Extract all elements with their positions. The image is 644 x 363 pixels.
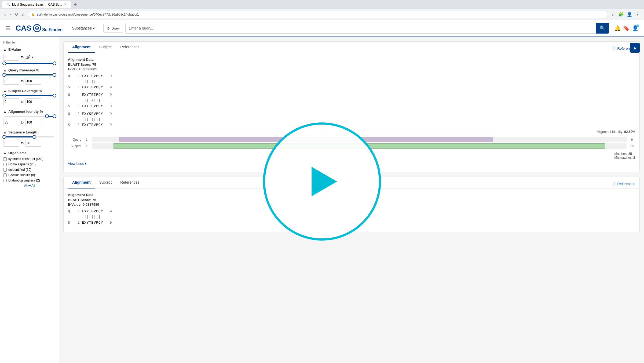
chevron-up-icon: ▲ xyxy=(3,89,7,93)
seq-block-1-1: Q EXYTEIPQY 9 ||||+||| S 1 EXYTEVPQY xyxy=(68,92,635,109)
sl-slider-left[interactable] xyxy=(2,135,6,139)
organism-checkbox-1[interactable] xyxy=(3,163,7,166)
tab-alignment-1[interactable]: Alignment xyxy=(68,42,95,53)
organism-checkbox-3[interactable] xyxy=(3,173,7,177)
address-bar[interactable]: 🔒 scifinder-n.cas.org/search/biosequence… xyxy=(28,11,608,18)
ai-slider-right[interactable] xyxy=(53,114,56,118)
tab-references-1[interactable]: References xyxy=(116,42,144,53)
back-btn[interactable]: ‹ xyxy=(3,11,7,18)
qc-slider-left[interactable] xyxy=(2,73,6,77)
scroll-to-top-button[interactable]: ▲ xyxy=(630,43,640,53)
notification-button[interactable]: 🔔 xyxy=(614,25,621,31)
tab-close-btn[interactable]: ✕ xyxy=(64,3,67,6)
evalue-from-input[interactable] xyxy=(3,54,19,61)
reload-btn[interactable]: ↻ xyxy=(14,11,19,18)
sc-to-input[interactable] xyxy=(25,98,41,105)
content-area: Alignment Subject References 📄 Reference… xyxy=(59,37,644,363)
tab-alignment-2[interactable]: Alignment xyxy=(68,177,95,188)
search-input[interactable] xyxy=(129,26,592,30)
bookmark-button[interactable]: 🔖 xyxy=(623,25,630,31)
user-status-dot xyxy=(636,24,639,27)
filter-header-sequence-length[interactable]: ▲ Sequence Length xyxy=(3,130,56,134)
url-text: scifinder-n.cas.org/search/biosequence/6… xyxy=(37,13,139,16)
qc-to-input[interactable] xyxy=(25,78,41,85)
seq-block-2-0: Q 1 EXYTEVPQY 9 |||||||| S 1 EXYTEVPQY xyxy=(68,209,635,225)
result-card-1: Alignment Subject References 📄 Reference… xyxy=(63,41,640,172)
home-btn[interactable]: ⌂ xyxy=(21,11,26,18)
filter-header-organisms[interactable]: ▲ Organisms xyxy=(3,151,56,155)
sc-slider-right[interactable] xyxy=(53,94,56,97)
filter-section-organisms: ▲ Organisms synthetic construct (460) Ho… xyxy=(3,151,56,188)
seq-block-1-0: Q 1 EXYTEVPQY 9 |||||| S 1 EXYTEVPQY xyxy=(68,73,635,90)
chevron-up-icon: ▲ xyxy=(3,130,7,134)
tab-subject-2[interactable]: Subject xyxy=(95,177,116,188)
filter-by-label: Filter by xyxy=(3,40,56,44)
ai-slider xyxy=(4,116,54,117)
ai-slider-left[interactable] xyxy=(45,114,49,118)
subject-bar-row: Subject 1 10 xyxy=(68,143,635,149)
filter-section-evalue: ▲ E-Value to 106 ▾ xyxy=(3,48,56,64)
draw-button[interactable]: ⊙ Draw xyxy=(103,24,123,33)
view-less-1[interactable]: View Less ▾ xyxy=(68,162,635,166)
blast-score-row-1: BLAST Score: 75 xyxy=(68,63,635,67)
sl-slider xyxy=(4,136,54,137)
organism-checkbox-2[interactable] xyxy=(3,168,7,172)
filter-header-query-coverage[interactable]: ▲ Query Coverage % xyxy=(3,68,56,72)
tab-title: Motif Sequence Search | CAS Sc... xyxy=(12,3,62,6)
draw-icon: ⊙ xyxy=(107,26,110,30)
references-icon-2: 📄 xyxy=(612,182,616,186)
browser-tabs: 🔍 Motif Sequence Search | CAS Sc... ✕ + xyxy=(0,0,644,9)
search-button[interactable]: 🔍 xyxy=(596,23,609,34)
blast-score-row-2: BLAST Score: 75 xyxy=(68,198,635,202)
profile-btn[interactable]: 👤 xyxy=(626,11,633,18)
sl-slider-fill xyxy=(4,136,34,137)
organism-checkbox-0[interactable] xyxy=(3,157,7,161)
filter-header-subject-coverage[interactable]: ▲ Subject Coverage % xyxy=(3,89,56,93)
references-button-2[interactable]: 📄 References xyxy=(612,182,635,186)
extensions-btn[interactable]: 🧩 xyxy=(617,11,625,18)
view-all-organisms[interactable]: View All xyxy=(3,184,56,188)
qc-slider-right[interactable] xyxy=(53,73,56,77)
logo-circle xyxy=(33,24,41,32)
more-btn[interactable]: ⋮ xyxy=(634,11,641,18)
result-1-content: Alignment Data BLAST Score: 75 E-Value: … xyxy=(64,53,639,172)
ai-to-input[interactable] xyxy=(25,119,41,126)
filter-section-alignment-identity: ▲ Alignment Identity % to xyxy=(3,110,56,126)
filter-header-evalue[interactable]: ▲ E-Value xyxy=(3,48,56,52)
bookmark-page-btn[interactable]: ☆ xyxy=(610,11,616,18)
organism-checkbox-4[interactable] xyxy=(3,179,7,182)
sl-to-input[interactable] xyxy=(25,140,41,147)
chevron-up-icon: ▲ xyxy=(3,68,7,72)
forward-btn[interactable]: › xyxy=(8,11,12,18)
chevron-up-icon: ▲ xyxy=(3,151,7,155)
sl-from-input[interactable] xyxy=(3,140,19,147)
filter-header-alignment-identity[interactable]: ▲ Alignment Identity % xyxy=(3,110,56,114)
chevron-up-icon: ▲ xyxy=(3,48,7,52)
sl-slider-right[interactable] xyxy=(32,135,36,139)
chevron-up-icon: ▲ xyxy=(3,110,7,114)
evalue-slider-fill xyxy=(4,63,54,64)
browser-tab[interactable]: 🔍 Motif Sequence Search | CAS Sc... ✕ xyxy=(2,1,71,8)
nav-substances[interactable]: Substances ▾ xyxy=(69,24,98,32)
organism-item-0: synthetic construct (460) xyxy=(3,157,56,161)
sc-from-input[interactable] xyxy=(3,98,19,105)
filter-section-subject-coverage: ▲ Subject Coverage % to xyxy=(3,89,56,105)
evalue-slider-right[interactable] xyxy=(53,61,56,65)
main-layout: Filter by ▲ E-Value to 106 ▾ ▲ Q xyxy=(0,37,644,363)
query-bar xyxy=(119,137,493,142)
menu-button[interactable]: ☰ xyxy=(5,25,10,31)
evalue-slider-left[interactable] xyxy=(2,61,6,65)
new-tab-btn[interactable]: + xyxy=(72,1,79,8)
sl-range-row: to xyxy=(3,140,56,147)
result-1-tabs: Alignment Subject References xyxy=(64,42,612,53)
browser-controls: ‹ › ↻ ⌂ xyxy=(3,11,25,18)
ai-from-input[interactable] xyxy=(3,119,19,126)
ai-range-row: to xyxy=(3,119,56,126)
tab-subject-1[interactable]: Subject xyxy=(95,42,116,53)
user-button[interactable]: 👤 xyxy=(632,25,639,31)
organism-item-3: Bacillus subtilis (8) xyxy=(3,173,56,177)
qc-from-input[interactable] xyxy=(3,78,19,85)
qc-range-row: to xyxy=(3,78,56,85)
sc-slider-left[interactable] xyxy=(2,94,6,97)
tab-references-2[interactable]: References xyxy=(116,177,144,188)
